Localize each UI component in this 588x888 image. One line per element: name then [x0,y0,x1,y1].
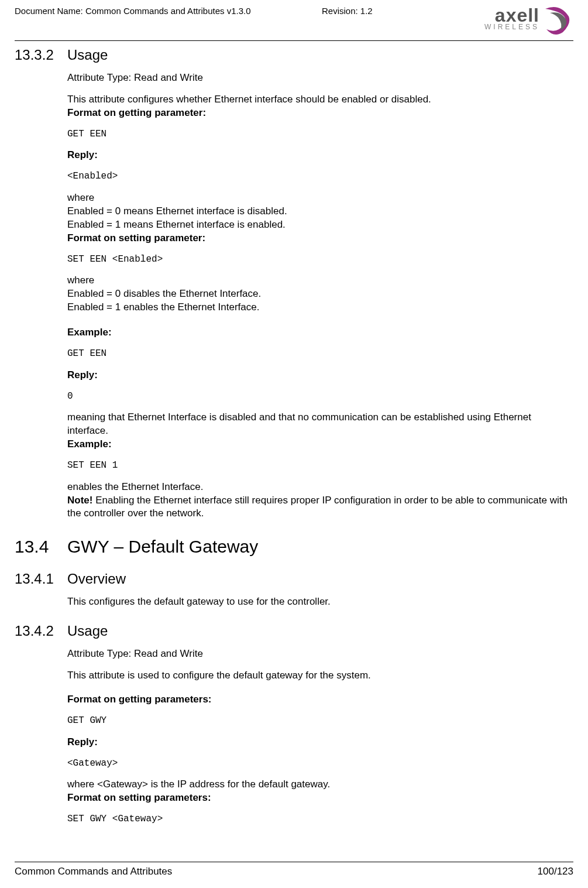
note-line: Note! Enabling the Ethernet interface st… [67,494,573,521]
enables-text: enables the Ethernet Interface. [67,481,573,494]
page: Document Name: Common Commands and Attri… [0,0,588,888]
page-header: Document Name: Common Commands and Attri… [15,6,573,38]
section-title: Usage [67,47,573,63]
doc-name: Document Name: Common Commands and Attri… [15,6,322,16]
format-get-cmd: GET EEN [67,128,573,141]
where-label: where [67,274,573,287]
page-number: 100/123 [538,866,573,877]
section-13-4-1-heading: 13.4.1 Overview [15,571,573,587]
reply-value: 0 [67,390,573,403]
section-number: 13.4.2 [15,623,67,639]
section-title: Usage [67,623,573,639]
where-text: where <Gateway> is the IP address for th… [67,778,573,791]
section-number: 13.4 [15,537,67,557]
attribute-type: Attribute Type: Read and Write [67,647,573,661]
section-13-3-2-heading: 13.3.2 Usage [15,47,573,63]
example-cmd: GET EEN [67,348,573,361]
header-divider [15,40,573,41]
reply-value: <Gateway> [67,757,573,770]
section-13-4-2-heading: 13.4.2 Usage [15,623,573,639]
note-text: Enabling the Ethernet interface still re… [67,495,568,519]
example-label: Example: [67,438,573,451]
note-label: Note! [67,495,92,506]
logo-swirl-icon [539,6,573,38]
section-13-4-2-body: Attribute Type: Read and Write This attr… [67,647,573,825]
footer-divider [15,862,573,862]
where-line: Enabled = 1 enables the Ethernet Interfa… [67,301,573,314]
content: 13.3.2 Usage Attribute Type: Read and Wr… [15,47,573,826]
attribute-type: Attribute Type: Read and Write [67,71,573,85]
reply-label: Reply: [67,369,573,382]
section-13-3-2-body: Attribute Type: Read and Write This attr… [67,71,573,520]
intro-text: This attribute configures whether Ethern… [67,93,573,107]
section-title: Overview [67,571,573,587]
format-set-label: Format on setting parameters: [67,791,573,805]
format-get-label: Format on getting parameters: [67,693,573,707]
reply-label: Reply: [67,736,573,749]
overview-text: This configures the default gateway to u… [67,595,573,609]
example-label: Example: [67,326,573,340]
section-13-4-1-body: This configures the default gateway to u… [67,595,573,609]
reply-value: <Enabled> [67,170,573,183]
footer-title: Common Commands and Attributes [15,866,172,877]
page-footer: Common Commands and Attributes 100/123 [15,862,573,877]
logo: axell WIRELESS [439,6,573,38]
intro-text: This attribute is used to configure the … [67,669,573,683]
where-line: Enabled = 0 disables the Ethernet Interf… [67,287,573,301]
format-get-label: Format on getting parameter: [67,107,573,120]
format-set-cmd: SET EEN <Enabled> [67,253,573,266]
where-line: Enabled = 1 means Ethernet interface is … [67,218,573,232]
meaning-text: meaning that Ethernet Interface is disab… [67,411,573,438]
revision: Revision: 1.2 [322,6,439,16]
section-title: GWY – Default Gateway [67,537,573,557]
section-number: 13.4.1 [15,571,67,587]
section-number: 13.3.2 [15,47,67,63]
reply-label: Reply: [67,149,573,162]
section-13-4-heading: 13.4 GWY – Default Gateway [15,537,573,557]
logo-subtext: WIRELESS [484,23,539,30]
format-set-label: Format on setting parameter: [67,232,573,245]
format-set-cmd: SET GWY <Gateway> [67,813,573,826]
where-line: Enabled = 0 means Ethernet interface is … [67,205,573,218]
where-label: where [67,191,573,205]
example-cmd: SET EEN 1 [67,460,573,472]
format-get-cmd: GET GWY [67,715,573,728]
